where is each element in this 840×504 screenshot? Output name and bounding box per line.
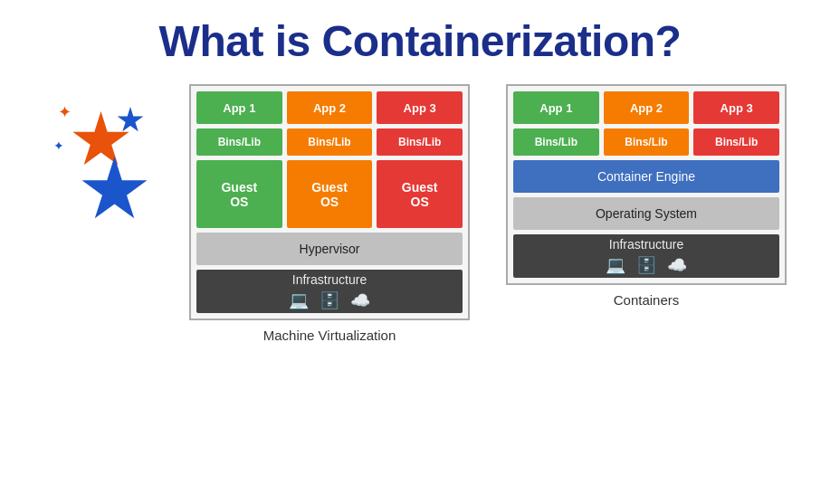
vm-infrastructure: Infrastructure 💻 🗄️ ☁️ [196,270,463,313]
ct-app2: App 2 [604,91,690,124]
ct-app3: App 3 [693,91,779,124]
ct-apps-row: App 1 Bins/Lib App 2 Bins/Lib App 3 Bins… [513,91,779,156]
ct-col-2: App 2 Bins/Lib [604,91,690,156]
laptop-icon: 💻 [289,290,309,310]
vm-app1: App 1 [196,91,282,124]
stars-decoration: ✦ ✦ [53,102,153,283]
cloud-icon: ☁️ [350,290,370,310]
vm-diagram-section: App 1 Bins/Lib GuestOS App 2 Bins/Lib Gu… [189,84,470,343]
vm-bins3: Bins/Lib [377,128,463,156]
vm-col-3: App 3 Bins/Lib GuestOS [377,91,463,228]
ct-infra-icons: 💻 🗄️ ☁️ [606,255,687,275]
vm-app2: App 2 [287,91,373,124]
vm-guest3: GuestOS [377,160,463,228]
ct-server-icon: 🗄️ [636,255,656,275]
star-blue-large-icon [81,157,148,224]
star-dots-blue: ✦ [53,138,64,153]
container-diagram-section: App 1 Bins/Lib App 2 Bins/Lib App 3 Bins… [506,84,787,308]
ct-laptop-icon: 💻 [606,255,625,275]
star-orange-icon [72,111,130,170]
ct-col-3: App 3 Bins/Lib [693,91,779,156]
ct-cloud-icon: ☁️ [667,255,687,275]
container-diagram-box: App 1 Bins/Lib App 2 Bins/Lib App 3 Bins… [506,84,787,285]
vm-infra-icons: 💻 🗄️ ☁️ [289,290,370,310]
server-icon: 🗄️ [320,290,339,310]
vm-guest1: GuestOS [196,160,282,228]
content-area: ✦ ✦ App 1 Bins/Lib GuestOS App 2 Bins/Li… [0,84,840,343]
vm-bins2: Bins/Lib [287,128,373,156]
star-dots-orange: ✦ [58,102,72,122]
container-os: Operating System [513,197,779,230]
page-title: What is Containerization? [0,0,840,75]
vm-bins1: Bins/Lib [196,128,282,156]
container-engine: Container Engine [513,160,779,193]
ct-infrastructure: Infrastructure 💻 🗄️ ☁️ [513,234,779,278]
vm-apps-row: App 1 Bins/Lib GuestOS App 2 Bins/Lib Gu… [196,91,463,228]
container-label: Containers [614,292,680,308]
vm-guest2: GuestOS [287,160,373,228]
ct-bins3: Bins/Lib [693,128,779,156]
vm-col-2: App 2 Bins/Lib GuestOS [287,91,373,228]
vm-label: Machine Virtualization [263,328,396,343]
ct-col-1: App 1 Bins/Lib [513,91,599,156]
vm-diagram-box: App 1 Bins/Lib GuestOS App 2 Bins/Lib Gu… [189,84,470,320]
ct-bins2: Bins/Lib [604,128,690,156]
star-blue-small-icon [117,107,144,134]
vm-hypervisor: Hypervisor [196,233,463,265]
vm-col-1: App 1 Bins/Lib GuestOS [196,91,282,228]
ct-bins1: Bins/Lib [513,128,599,156]
vm-app3: App 3 [377,91,463,124]
ct-app1: App 1 [513,91,599,124]
